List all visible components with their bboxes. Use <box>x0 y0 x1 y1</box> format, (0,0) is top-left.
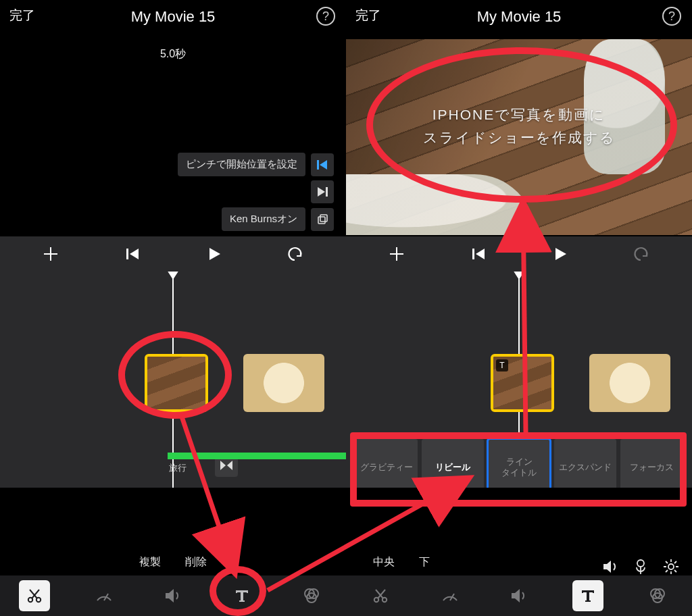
svg-marker-2 <box>318 187 325 197</box>
left-screenshot: 完了 My Movie 15 ? 5.0秒 ピンチで開始位置を設定 <box>0 0 346 616</box>
volume-icon[interactable] <box>601 558 619 575</box>
project-title: My Movie 15 <box>477 8 562 26</box>
duplicate-button[interactable]: 複製 <box>139 555 161 575</box>
titles-tool[interactable] <box>226 580 257 611</box>
filters-tool[interactable] <box>642 580 673 611</box>
next-clip[interactable] <box>243 354 324 412</box>
done-button[interactable]: 完了 <box>355 7 381 24</box>
play-button[interactable] <box>547 240 574 267</box>
preview-area: 5.0秒 ピンチで開始位置を設定 Ken Burnsオン <box>0 34 346 236</box>
svg-marker-27 <box>555 248 566 260</box>
goto-start-button[interactable] <box>311 153 334 176</box>
speed-tool[interactable] <box>89 580 120 611</box>
svg-rect-0 <box>317 160 319 170</box>
volume-tool[interactable] <box>503 580 535 611</box>
svg-rect-5 <box>320 215 327 222</box>
svg-point-32 <box>637 560 644 567</box>
settings-icon[interactable] <box>662 558 680 575</box>
rewind-button[interactable] <box>119 240 146 267</box>
svg-rect-3 <box>326 187 328 197</box>
preview-photo-cloth <box>346 174 535 235</box>
header: 完了 My Movie 15 ? <box>0 0 346 34</box>
scissors-tool[interactable] <box>19 580 50 611</box>
help-button[interactable]: ? <box>662 7 681 26</box>
svg-marker-13 <box>227 461 232 470</box>
bottom-toolbar <box>0 575 346 616</box>
bottom-toolbar <box>346 575 692 616</box>
pinch-hint-chip: ピンチで開始位置を設定 <box>178 153 305 176</box>
svg-marker-9 <box>130 249 139 259</box>
mic-icon[interactable] <box>634 558 647 575</box>
svg-marker-26 <box>476 249 485 259</box>
delete-button[interactable]: 削除 <box>185 555 207 575</box>
undo-button[interactable] <box>628 240 656 267</box>
svg-marker-19 <box>166 589 174 602</box>
title-style-gravity[interactable]: グラビティー <box>355 439 418 488</box>
kenburns-copy-button[interactable] <box>311 208 334 231</box>
clip-action-row: 複製 削除 <box>0 555 346 575</box>
speed-tool[interactable] <box>435 580 466 611</box>
help-button[interactable]: ? <box>316 7 335 26</box>
scissors-tool[interactable] <box>365 580 396 611</box>
transport-bar <box>346 236 692 272</box>
svg-rect-25 <box>472 249 474 259</box>
svg-marker-39 <box>512 589 520 602</box>
add-media-button[interactable] <box>37 240 64 267</box>
right-screenshot: 完了 My Movie 15 ? IPHONEで写真を動画に スライドショーを作… <box>346 0 692 616</box>
timeline[interactable]: T グラビティー リビール ライン タイトル エクスパンド フォーカス <box>346 272 692 488</box>
position-center-button[interactable]: 中央 <box>373 555 395 575</box>
title-badge-icon: T <box>496 359 508 371</box>
svg-marker-12 <box>220 461 226 470</box>
project-title: My Movie 15 <box>131 8 216 26</box>
title-style-picker: グラビティー リビール ライン タイトル エクスパンド フォーカス <box>355 439 683 488</box>
titles-tool[interactable] <box>572 580 603 611</box>
svg-rect-4 <box>318 217 325 224</box>
svg-rect-8 <box>126 249 128 259</box>
done-button[interactable]: 完了 <box>9 7 35 24</box>
transport-bar <box>0 236 346 272</box>
rewind-button[interactable] <box>465 240 492 267</box>
title-style-expand[interactable]: エクスパンド <box>554 439 616 488</box>
clip-duration-label: 5.0秒 <box>0 47 346 61</box>
svg-marker-1 <box>320 160 327 170</box>
title-style-focus[interactable]: フォーカス <box>620 439 683 488</box>
add-media-button[interactable] <box>383 240 410 267</box>
filters-tool[interactable] <box>296 580 327 611</box>
selected-clip[interactable]: T <box>491 354 554 412</box>
position-bottom-button[interactable]: 下 <box>419 555 430 575</box>
title-style-line-title[interactable]: ライン タイトル <box>488 439 550 488</box>
svg-point-33 <box>668 564 674 569</box>
play-button[interactable] <box>201 240 228 267</box>
undo-button[interactable] <box>282 240 310 267</box>
header: 完了 My Movie 15 ? <box>346 0 692 34</box>
selected-clip[interactable] <box>145 354 208 412</box>
title-style-reveal[interactable]: リビール <box>422 439 484 488</box>
goto-end-button[interactable] <box>311 180 334 203</box>
next-clip[interactable] <box>589 354 670 412</box>
title-overlay-text[interactable]: IPHONEで写真を動画に スライドショーを作成する <box>346 103 692 149</box>
audio-track-label: 旅行 <box>169 462 187 474</box>
audio-track[interactable] <box>168 453 346 459</box>
preview-area[interactable]: IPHONEで写真を動画に スライドショーを作成する <box>346 34 692 236</box>
svg-marker-10 <box>209 248 220 260</box>
svg-marker-31 <box>603 561 611 573</box>
timeline[interactable]: 旅行 <box>0 272 346 488</box>
kenburns-chip[interactable]: Ken Burnsオン <box>222 207 305 231</box>
volume-tool[interactable] <box>157 580 189 611</box>
